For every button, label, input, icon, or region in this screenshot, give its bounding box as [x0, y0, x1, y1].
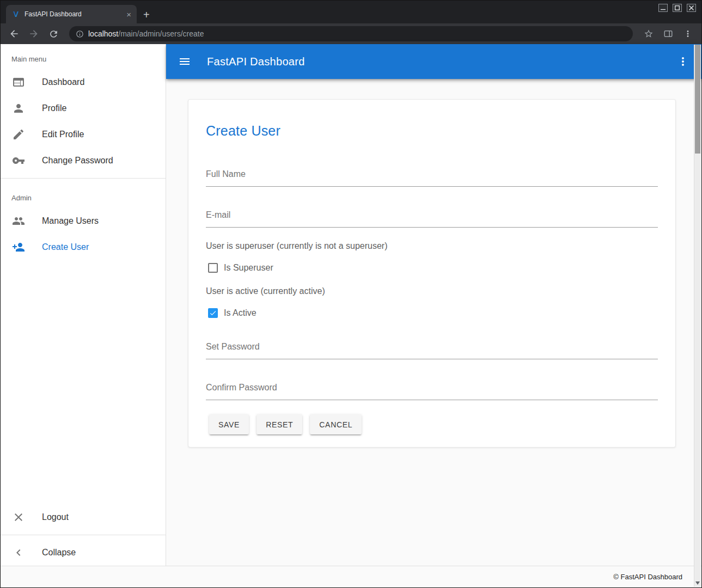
forward-arrow-icon	[28, 28, 39, 39]
superuser-hint: User is superuser (currently is not a su…	[206, 241, 658, 251]
forward-button[interactable]	[26, 26, 42, 42]
active-checkbox[interactable]	[208, 308, 218, 318]
person-add-icon	[12, 241, 25, 254]
tab-title: FastAPI Dashboard	[25, 10, 122, 18]
create-user-card: Create User Full Name E-mail User is sup…	[188, 99, 676, 448]
reload-icon	[48, 29, 59, 39]
sidebar-item-edit-profile[interactable]: Edit Profile	[1, 121, 166, 148]
sidebar-item-manage-users[interactable]: Manage Users	[1, 208, 166, 234]
main-area: FastAPI Dashboard Create User Full Name …	[166, 44, 701, 566]
minimize-button[interactable]	[658, 4, 668, 12]
maximize-icon	[675, 5, 680, 10]
hamburger-icon	[178, 55, 191, 68]
page-footer: © FastAPI Dashboard	[1, 566, 701, 587]
active-checkbox-row[interactable]: Is Active	[206, 308, 658, 318]
url-path: /main/admin/users/create	[118, 29, 204, 38]
person-icon	[12, 102, 25, 115]
check-icon	[209, 309, 217, 317]
kebab-menu-icon	[676, 55, 689, 68]
tab-bar: V FastAPI Dashboard × +	[1, 1, 701, 23]
superuser-checkbox[interactable]	[208, 263, 218, 273]
full-name-field[interactable]: Full Name	[206, 169, 658, 187]
set-password-field[interactable]: Set Password	[206, 342, 658, 359]
side-panel-icon	[663, 29, 673, 39]
cancel-button[interactable]: CANCEL	[310, 414, 362, 434]
save-button[interactable]: SAVE	[209, 414, 249, 434]
appbar-title: FastAPI Dashboard	[207, 56, 676, 68]
browser-toolbar: localhost/main/admin/users/create	[1, 23, 701, 44]
star-icon	[644, 29, 654, 39]
reload-button[interactable]	[45, 26, 62, 42]
scrollbar-down-arrow-icon[interactable]	[695, 581, 700, 585]
sidebar-item-label: Dashboard	[42, 77, 84, 87]
close-button[interactable]	[687, 4, 696, 12]
browser-menu-button[interactable]	[680, 26, 696, 42]
chevron-left-icon	[12, 546, 25, 559]
full-name-label: Full Name	[206, 169, 246, 179]
vuetify-logo-icon: V	[11, 10, 20, 19]
hamburger-menu-button[interactable]	[178, 55, 191, 68]
browser-tab[interactable]: V FastAPI Dashboard ×	[6, 5, 137, 23]
sidebar-item-label: Logout	[42, 512, 69, 522]
bookmark-star-button[interactable]	[640, 26, 657, 42]
appbar: FastAPI Dashboard	[166, 44, 701, 79]
superuser-checkbox-row[interactable]: Is Superuser	[206, 263, 658, 273]
footer-copyright: © FastAPI Dashboard	[613, 573, 682, 581]
sidebar-item-dashboard[interactable]: Dashboard	[1, 69, 166, 95]
sidebar-item-label: Profile	[42, 103, 66, 113]
sidebar-bottom: Logout Collapse	[1, 504, 166, 566]
url-text: localhost/main/admin/users/create	[88, 29, 204, 38]
set-password-label: Set Password	[206, 342, 260, 351]
sidebar-item-create-user[interactable]: Create User	[1, 234, 166, 260]
kebab-menu-icon	[683, 29, 693, 39]
sidebar-item-label: Change Password	[42, 156, 113, 166]
sidebar-section-admin: Admin	[1, 183, 166, 208]
pencil-icon	[12, 128, 25, 141]
page-title: Create User	[206, 123, 658, 139]
sidebar-item-collapse[interactable]: Collapse	[1, 540, 166, 566]
sidebar-divider	[1, 178, 166, 179]
sidebar-divider	[1, 535, 166, 535]
sidebar-item-logout[interactable]: Logout	[1, 504, 166, 530]
active-checkbox-label: Is Active	[224, 308, 257, 318]
confirm-password-label: Confirm Password	[206, 383, 277, 392]
sidebar-item-label: Create User	[42, 242, 89, 252]
sidebar: Main menu Dashboard Profile Edit Profile	[1, 44, 166, 566]
active-hint: User is active (currently active)	[206, 286, 658, 296]
page-scrollbar[interactable]	[694, 45, 701, 587]
window-controls	[658, 4, 696, 12]
key-icon	[12, 154, 25, 167]
back-button[interactable]	[6, 26, 22, 42]
sidebar-item-label: Collapse	[42, 548, 76, 558]
close-icon	[689, 5, 694, 10]
side-panel-button[interactable]	[660, 26, 676, 42]
page-viewport: Main menu Dashboard Profile Edit Profile	[1, 44, 701, 566]
page-content: Create User Full Name E-mail User is sup…	[166, 79, 701, 566]
browser-window: V FastAPI Dashboard × +	[0, 0, 702, 588]
appbar-overflow-button[interactable]	[676, 55, 689, 68]
dashboard-icon	[12, 76, 25, 89]
form-actions: SAVE RESET CANCEL	[206, 414, 658, 434]
sidebar-item-label: Edit Profile	[42, 130, 84, 139]
reset-button[interactable]: RESET	[257, 414, 302, 434]
logout-x-icon	[12, 511, 25, 524]
maximize-button[interactable]	[673, 4, 682, 12]
sidebar-item-change-password[interactable]: Change Password	[1, 148, 166, 174]
scrollbar-thumb[interactable]	[695, 45, 700, 154]
url-host: localhost	[88, 29, 118, 38]
minimize-icon	[661, 5, 666, 10]
people-icon	[12, 215, 25, 228]
email-label: E-mail	[206, 210, 230, 219]
tab-close-icon[interactable]: ×	[126, 10, 131, 19]
sidebar-section-main-menu: Main menu	[1, 44, 166, 69]
site-info-icon[interactable]	[76, 30, 84, 38]
email-field[interactable]: E-mail	[206, 210, 658, 228]
back-arrow-icon	[9, 28, 20, 39]
sidebar-item-label: Manage Users	[42, 216, 99, 226]
confirm-password-field[interactable]: Confirm Password	[206, 383, 658, 400]
url-bar[interactable]: localhost/main/admin/users/create	[69, 26, 633, 41]
sidebar-item-profile[interactable]: Profile	[1, 95, 166, 121]
superuser-checkbox-label: Is Superuser	[224, 263, 273, 273]
new-tab-button[interactable]: +	[137, 9, 156, 23]
